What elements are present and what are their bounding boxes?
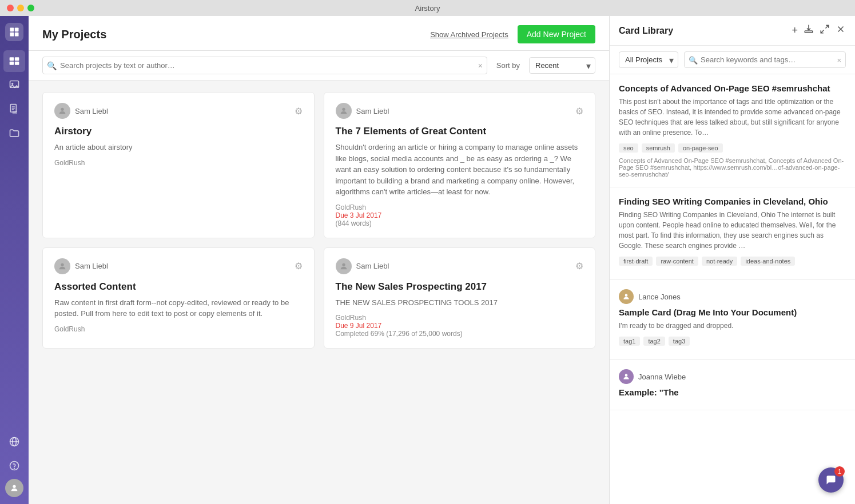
projects-dropdown-wrapper: All Projects GoldRush: [619, 51, 678, 68]
sidebar-item-help[interactable]: [3, 455, 25, 477]
card-author: Sam Liebl: [54, 258, 108, 274]
maximize-button[interactable]: [27, 5, 34, 11]
svg-line-27: [821, 30, 824, 33]
library-search-input[interactable]: [684, 51, 846, 68]
projects-header: My Projects Show Archived Projects Add N…: [29, 16, 609, 51]
svg-point-24: [342, 263, 345, 266]
svg-point-21: [61, 108, 63, 111]
svg-point-31: [625, 374, 628, 377]
library-card-avatar: [619, 289, 634, 304]
app-title: Airstory: [415, 4, 440, 13]
library-card-desc: This post isn't about the importance of …: [619, 97, 846, 138]
add-card-icon[interactable]: +: [792, 25, 798, 37]
main-content: My Projects Show Archived Projects Add N…: [29, 16, 609, 504]
tag[interactable]: tag3: [669, 337, 690, 346]
minimize-button[interactable]: [17, 5, 24, 11]
due-date: Due 9 Jul 2017: [336, 322, 584, 330]
card-description: Shouldn't ordering an article or hiring …: [336, 142, 584, 198]
show-archived-link[interactable]: Show Archived Projects: [430, 30, 508, 39]
card-project-name: GoldRush: [336, 314, 584, 322]
card-author: Sam Liebl: [336, 103, 389, 119]
download-icon[interactable]: [804, 24, 814, 37]
titlebar: Airstory: [0, 0, 855, 16]
user-avatar[interactable]: [5, 479, 23, 497]
svg-rect-0: [10, 28, 14, 32]
library-cards-list: Concepts of Advanced On-Page SEO #semrus…: [610, 74, 855, 504]
card-title: The 7 Elements of Great Content: [336, 126, 584, 137]
library-card-title: Sample Card (Drag Me Into Your Document): [619, 307, 846, 317]
library-card-author-row: Lance Jones: [619, 289, 846, 304]
tag[interactable]: seo: [619, 143, 638, 153]
svg-rect-25: [805, 31, 813, 33]
search-input-wrapper: 🔍 ×: [42, 57, 487, 74]
search-input[interactable]: [42, 57, 487, 74]
sidebar: [0, 16, 29, 504]
svg-point-20: [13, 485, 15, 488]
library-header: Card Library +: [610, 16, 855, 46]
sidebar-item-documents[interactable]: [3, 98, 25, 120]
svg-rect-6: [10, 62, 14, 65]
project-card: Sam Liebl ⚙ The New Sales Prospecting 20…: [324, 247, 596, 349]
gear-icon[interactable]: ⚙: [575, 261, 583, 271]
avatar: [336, 258, 352, 274]
library-card-desc: I'm ready to be dragged and dropped.: [619, 321, 846, 331]
author-name: Sam Liebl: [75, 262, 108, 270]
close-icon[interactable]: [836, 24, 846, 37]
chat-bubble[interactable]: 1: [818, 467, 844, 493]
projects-dropdown[interactable]: All Projects GoldRush: [619, 51, 678, 68]
library-title: Card Library: [619, 26, 673, 36]
gear-icon[interactable]: ⚙: [575, 106, 583, 117]
project-card: Sam Liebl ⚙ The 7 Elements of Great Cont…: [324, 92, 596, 238]
tag[interactable]: raw-content: [656, 257, 698, 266]
gear-icon[interactable]: ⚙: [295, 106, 303, 117]
sidebar-item-globe[interactable]: [3, 431, 25, 453]
svg-rect-4: [10, 57, 14, 61]
titlebar-buttons: [7, 5, 34, 11]
card-header: Sam Liebl ⚙: [336, 103, 584, 119]
project-card: Sam Liebl ⚙ Airstory An article about ai…: [42, 92, 315, 238]
library-card-title: Finding SEO Writing Companies in Clevela…: [619, 197, 846, 206]
tag[interactable]: tag2: [643, 337, 665, 346]
tag[interactable]: tag1: [619, 337, 640, 346]
sort-select[interactable]: Recent Alphabetical Date Created: [529, 57, 595, 74]
library-search-wrapper: 🔍 ×: [684, 51, 846, 68]
tag[interactable]: not-ready: [702, 257, 737, 266]
sidebar-logo[interactable]: [5, 23, 23, 41]
header-actions: Show Archived Projects Add New Project: [430, 25, 595, 43]
projects-grid: Sam Liebl ⚙ Airstory An article about ai…: [29, 81, 609, 504]
author-name: Sam Liebl: [356, 262, 389, 270]
avatar: [54, 103, 70, 119]
card-description: THE NEW SALES PROSPECTING TOOLS 2017: [336, 297, 584, 309]
avatar: [336, 103, 352, 119]
sort-label: Sort by: [496, 61, 520, 70]
add-new-project-button[interactable]: Add New Project: [518, 25, 595, 43]
tag[interactable]: first-draft: [619, 257, 653, 266]
tag-list: first-draft raw-content not-ready ideas-…: [619, 257, 846, 266]
gear-icon[interactable]: ⚙: [295, 261, 303, 271]
svg-rect-1: [15, 28, 19, 32]
tag[interactable]: on-page-seo: [678, 143, 723, 153]
sidebar-item-folder[interactable]: [3, 122, 25, 144]
card-title: Assorted Content: [54, 281, 303, 293]
expand-icon[interactable]: [820, 24, 830, 37]
tag[interactable]: semrush: [642, 143, 675, 153]
library-filters: All Projects GoldRush 🔍 ×: [610, 46, 855, 74]
library-card-author-row: Joanna Wiebe: [619, 369, 846, 384]
library-card-attribution: Concepts of Advanced On-Page SEO #semrus…: [619, 157, 846, 178]
sidebar-item-images[interactable]: [3, 74, 25, 96]
tag[interactable]: ideas-and-notes: [741, 257, 795, 266]
library-card: Joanna Wiebe Example: "The: [610, 360, 855, 410]
library-actions: +: [792, 24, 846, 37]
sidebar-item-cards[interactable]: [3, 50, 25, 72]
library-search-icon: 🔍: [689, 55, 698, 64]
tag-list: seo semrush on-page-seo: [619, 143, 846, 153]
library-search-clear-icon[interactable]: ×: [837, 55, 841, 64]
search-clear-icon[interactable]: ×: [478, 61, 483, 70]
svg-line-26: [826, 25, 829, 28]
card-header: Sam Liebl ⚙: [54, 103, 303, 119]
search-bar-row: 🔍 × Sort by Recent Alphabetical Date Cre…: [29, 51, 609, 81]
close-button[interactable]: [7, 5, 14, 11]
author-name: Sam Liebl: [75, 107, 108, 115]
tag-list: tag1 tag2 tag3: [619, 337, 846, 346]
card-description: Raw content in first draft form--not cop…: [54, 297, 303, 319]
